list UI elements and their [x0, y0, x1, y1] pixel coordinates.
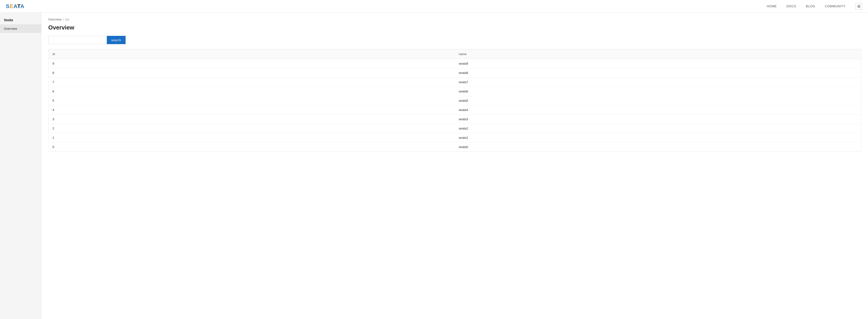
table-row[interactable]: 1seata1 [49, 133, 861, 142]
table-row[interactable]: 2seata2 [49, 124, 861, 133]
cell-name: seata5 [455, 96, 861, 105]
nav-links: HOME DOCS BLOG COMMUNITY ⊞ [767, 3, 862, 10]
table-row[interactable]: 5seata5 [49, 96, 861, 105]
cell-id: 2 [49, 124, 455, 133]
nav-docs[interactable]: DOCS [786, 4, 796, 8]
cell-id: 1 [49, 133, 455, 142]
table-row[interactable]: 8seata8 [49, 68, 861, 78]
top-nav: SEATA HOME DOCS BLOG COMMUNITY ⊞ [0, 0, 868, 13]
cell-name: seata0 [455, 142, 861, 152]
cell-name: seata6 [455, 87, 861, 96]
table-row[interactable]: 9seata9 [49, 59, 861, 68]
cell-id: 4 [49, 105, 455, 115]
sidebar-item-overview[interactable]: Overview [0, 24, 41, 33]
breadcrumb: Overview / list [48, 18, 861, 21]
table-row[interactable]: 7seata7 [49, 78, 861, 87]
col-header-name: name [455, 49, 861, 59]
cell-name: seata7 [455, 78, 861, 87]
cell-name: seata4 [455, 105, 861, 115]
table-header: id name [49, 49, 861, 59]
breadcrumb-separator: / [63, 18, 64, 21]
main-content: Overview / list Overview search id name … [41, 13, 868, 319]
col-header-id: id [49, 49, 455, 59]
cell-name: seata3 [455, 115, 861, 124]
search-button[interactable]: search [107, 36, 126, 44]
breadcrumb-current: list [65, 18, 69, 21]
cell-id: 6 [49, 87, 455, 96]
search-bar: search [48, 36, 861, 44]
cell-id: 3 [49, 115, 455, 124]
cell-id: 9 [49, 59, 455, 68]
table-row[interactable]: 0seata0 [49, 142, 861, 152]
search-input[interactable] [48, 36, 107, 44]
logo[interactable]: SEATA [6, 3, 24, 9]
grid-icon-button[interactable]: ⊞ [855, 3, 862, 10]
page-title: Overview [48, 24, 861, 31]
cell-id: 8 [49, 68, 455, 78]
nav-blog[interactable]: BLOG [806, 4, 815, 8]
breadcrumb-root[interactable]: Overview [48, 18, 61, 21]
nav-community[interactable]: COMMUNITY [825, 4, 845, 8]
data-table: id name 9seata98seata87seata76seata65sea… [48, 49, 861, 152]
app-layout: Seata Overview Overview / list Overview … [0, 13, 868, 319]
sidebar-brand: Seata [0, 14, 41, 24]
cell-id: 5 [49, 96, 455, 105]
table-row[interactable]: 4seata4 [49, 105, 861, 115]
cell-id: 7 [49, 78, 455, 87]
table-row[interactable]: 6seata6 [49, 87, 861, 96]
table-body: 9seata98seata87seata76seata65seata54seat… [49, 59, 861, 152]
cell-id: 0 [49, 142, 455, 152]
cell-name: seata9 [455, 59, 861, 68]
cell-name: seata8 [455, 68, 861, 78]
nav-home[interactable]: HOME [767, 4, 777, 8]
cell-name: seata1 [455, 133, 861, 142]
cell-name: seata2 [455, 124, 861, 133]
sidebar: Seata Overview [0, 13, 41, 319]
table-row[interactable]: 3seata3 [49, 115, 861, 124]
